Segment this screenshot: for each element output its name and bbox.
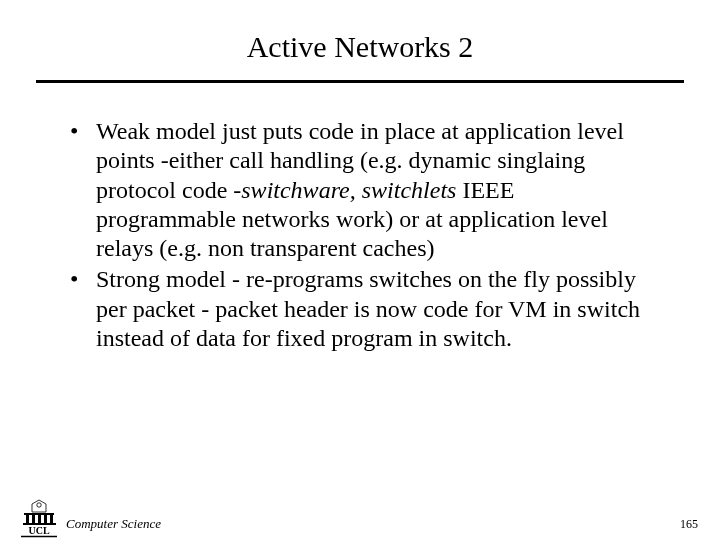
slide-title: Active Networks 2 — [0, 0, 720, 80]
svg-rect-2 — [26, 515, 29, 523]
svg-point-0 — [37, 503, 41, 507]
svg-rect-5 — [44, 515, 47, 523]
bullet-list: Weak model just puts code in place at ap… — [68, 117, 660, 353]
slide: Active Networks 2 Weak model just puts c… — [0, 0, 720, 554]
slide-footer: UCL Computer Science 165 — [0, 498, 720, 538]
bullet-text-italic: switchware, switchlets — [241, 177, 456, 203]
logo-text: UCL — [28, 525, 49, 536]
slide-body: Weak model just puts code in place at ap… — [0, 83, 720, 353]
bullet-item: Weak model just puts code in place at ap… — [68, 117, 660, 263]
bullet-item: Strong model - re-programs switches on t… — [68, 265, 660, 353]
svg-rect-1 — [24, 513, 54, 515]
footer-department: Computer Science — [66, 516, 161, 532]
svg-rect-6 — [50, 515, 53, 523]
bullet-text: Strong model - re-programs switches on t… — [96, 266, 640, 351]
ucl-logo: UCL — [18, 498, 60, 538]
svg-rect-4 — [38, 515, 41, 523]
svg-rect-3 — [32, 515, 35, 523]
page-number: 165 — [680, 517, 698, 532]
